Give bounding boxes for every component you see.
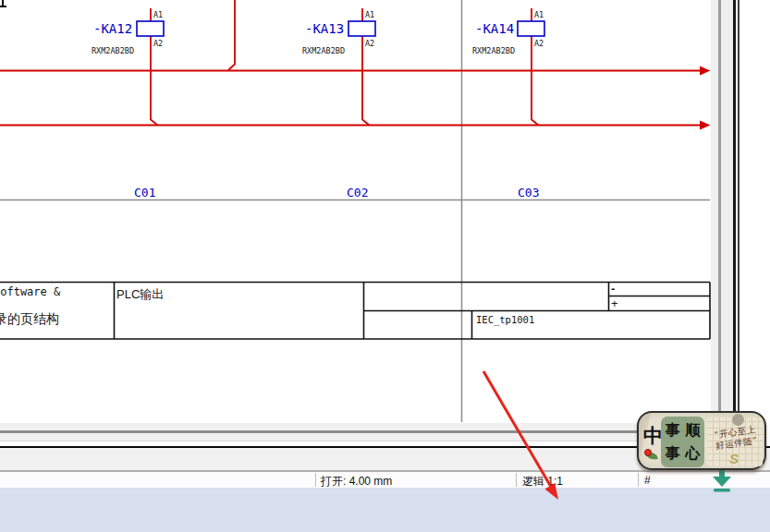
taskbar[interactable]: [0, 488, 770, 532]
titleblock-company-line2: 录的页结构: [0, 311, 59, 326]
horizontal-scrollbar-thumb[interactable]: [0, 430, 733, 433]
tile-char: 顺: [685, 423, 700, 438]
vertical-scrollbar-track[interactable]: [711, 0, 733, 424]
tile-char: 心: [685, 446, 700, 461]
relay-part-number: RXM2AB2BD: [92, 46, 134, 55]
path-label-c03[interactable]: C03: [518, 186, 539, 200]
pin-label-a2: A2: [534, 39, 544, 48]
pin-label-a1: A1: [365, 10, 374, 19]
status-hash: #: [644, 474, 651, 487]
ime-mode-indicator[interactable]: 中: [643, 423, 663, 449]
path-label-c02[interactable]: C02: [347, 186, 368, 200]
bus-wires[interactable]: [0, 0, 701, 126]
wire-arrow-right-1: [700, 66, 711, 76]
app-screen: -KA12 A1 A2 RXM2AB2BD -KA13 A1 A2 RXM2AB…: [0, 0, 770, 532]
relay-coil-ka14: [518, 21, 544, 36]
relay-label[interactable]: -KA12: [93, 21, 132, 36]
vertical-scrollbar-thumb[interactable]: [718, 0, 721, 424]
wire-arrow-right-2: [700, 121, 711, 130]
relay-part-number: RXM2AB2BD: [472, 46, 515, 55]
frame-corner-mark: [0, 6, 6, 7]
pin-label-a2: A2: [153, 39, 163, 48]
pin-label-a1: A1: [534, 10, 544, 19]
status-separator: [315, 473, 316, 487]
titleblock-form-name: IEC_tp1001: [476, 314, 534, 326]
tile-char: 事: [666, 423, 680, 438]
relay-label[interactable]: -KA13: [305, 21, 344, 36]
relay-coil-ka13: [348, 21, 375, 36]
status-divider: [0, 470, 770, 472]
title-block-lines: [0, 283, 710, 340]
titleblock-page-description: PLC输出: [116, 287, 164, 301]
relay-part-number: RXM2AB2BD: [302, 46, 345, 55]
pin-label-a2: A2: [365, 39, 374, 48]
tile-char: 事: [666, 446, 680, 461]
pin-label-a1: A1: [153, 10, 163, 19]
path-label-c01[interactable]: C01: [134, 186, 155, 200]
status-separator: [638, 473, 639, 487]
calligraphy-tile: 事 顺 事 心: [661, 417, 704, 467]
red-dot-icon: [644, 449, 652, 456]
relay-label[interactable]: -KA14: [475, 21, 514, 36]
divider-line: [0, 441, 733, 441]
note-dot: [732, 414, 744, 426]
titleblock-plus: +: [611, 296, 618, 310]
titleblock-company-line1: Software &: [0, 285, 61, 298]
relay-coil-ka12: [137, 21, 164, 36]
pane-border-line: [738, 0, 739, 425]
pane-border-line: [733, 0, 736, 425]
ime-skin-widget[interactable]: 中 事 顺 事 心 “开心至上 好运伴随” S: [637, 411, 766, 470]
titleblock-minus: -: [611, 282, 615, 296]
status-separator: [516, 473, 517, 487]
note-paper: “开心至上 好运伴随” S: [707, 417, 763, 466]
sogou-logo-watermark: S: [729, 451, 739, 466]
schematic-canvas[interactable]: -KA12 A1 A2 RXM2AB2BD -KA13 A1 A2 RXM2AB…: [0, 0, 770, 424]
